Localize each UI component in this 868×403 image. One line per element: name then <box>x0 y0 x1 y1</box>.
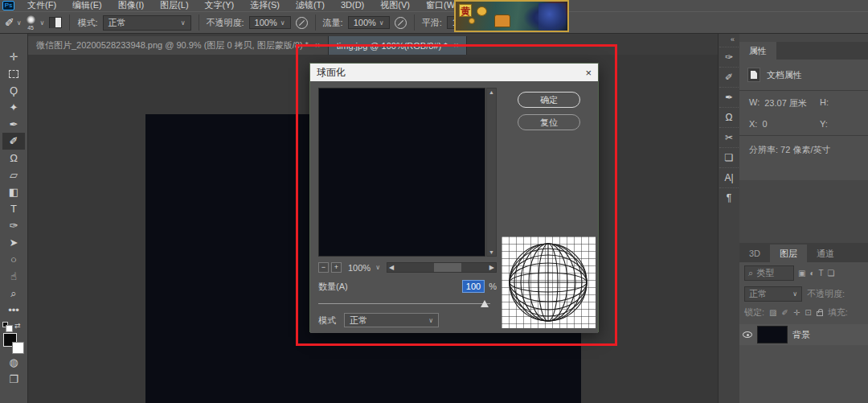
lock-transparency-icon[interactable]: ▨ <box>769 308 776 317</box>
close-icon[interactable]: × <box>585 67 592 79</box>
tab-properties[interactable]: 属性 <box>739 42 776 60</box>
edit-toolbar-button[interactable]: ••• <box>2 302 25 319</box>
scroll-down-icon[interactable]: ▼ <box>489 249 494 255</box>
menu-image[interactable]: 图像(I) <box>110 0 152 10</box>
x-value[interactable]: 0 <box>762 119 767 129</box>
path-select-tool[interactable]: ➤ <box>2 234 25 251</box>
filter-preview-image[interactable] <box>318 88 485 257</box>
pressure-opacity-icon[interactable] <box>296 17 308 29</box>
move-tool[interactable]: ✛ <box>2 48 25 65</box>
marquee-tool[interactable] <box>2 65 25 82</box>
swap-colors-icon[interactable]: ⇄ <box>14 322 21 330</box>
quick-mask-button[interactable]: ◍ <box>2 354 25 371</box>
menu-file[interactable]: 文件(F) <box>19 0 64 10</box>
zoom-out-button[interactable]: − <box>318 262 329 273</box>
lock-all-icon[interactable] <box>817 311 823 316</box>
brushes-icon[interactable]: ✐ <box>719 67 739 87</box>
lock-move-icon[interactable]: ✛ <box>793 308 800 317</box>
screen-mode-button[interactable]: ❐ <box>2 371 25 388</box>
brush-preset-picker[interactable]: 45 <box>27 15 35 31</box>
tab-3d[interactable]: 3D <box>739 245 770 262</box>
background-color-swatch[interactable] <box>12 342 24 354</box>
layer-opacity-label: 不透明度: <box>807 288 845 300</box>
layer-blend-mode-dropdown[interactable]: 正常 ∨ <box>744 286 802 302</box>
brush-tool[interactable]: ✐ <box>2 133 25 150</box>
brush-panel-toggle[interactable] <box>49 17 62 28</box>
scrollbar-track[interactable] <box>395 263 488 272</box>
lock-paint-icon[interactable]: ✐ <box>782 308 788 317</box>
layer-filter-dropdown[interactable]: ⌕ 类型 <box>744 265 794 281</box>
amount-slider[interactable] <box>318 300 490 308</box>
tab-layers[interactable]: 图层 <box>770 245 807 262</box>
active-tool-picker[interactable]: ✐ ∨ <box>5 16 22 29</box>
resolution-value: 分辨率: 72 像素/英寸 <box>749 145 830 154</box>
clone-source-icon[interactable]: Ω <box>719 107 739 127</box>
scroll-up-icon[interactable]: ▲ <box>489 89 494 95</box>
lasso-tool[interactable]: Ϙ <box>2 82 25 99</box>
dialog-title-bar[interactable]: 球面化 × <box>310 64 598 81</box>
airbrush-icon[interactable] <box>395 17 407 29</box>
hand-tool[interactable]: ☝ <box>2 268 25 285</box>
character-panel-icon[interactable]: A| <box>719 167 739 187</box>
libraries-icon[interactable]: ❏ <box>719 147 739 167</box>
collapsed-panels-dock: « ✑ ✐ ✒ Ω ✂ ❏ A| ¶ <box>718 34 739 403</box>
slider-thumb[interactable] <box>481 300 489 307</box>
blend-mode-dropdown[interactable]: 正常 ∨ <box>103 15 191 31</box>
menu-3d[interactable]: 3D(D) <box>333 0 372 10</box>
magic-wand-tool[interactable]: ✦ <box>2 99 25 116</box>
paint-tools-icon[interactable]: ✒ <box>719 87 739 107</box>
collapse-panels-icon[interactable]: « <box>731 34 739 47</box>
zoom-tool[interactable]: ⌕ <box>2 285 25 302</box>
width-label: W: <box>749 97 760 109</box>
tool-presets-icon[interactable]: ✂ <box>719 127 739 147</box>
menu-select[interactable]: 选择(S) <box>242 0 288 10</box>
menu-view[interactable]: 视图(V) <box>372 0 418 10</box>
scroll-left-icon[interactable]: ◀ <box>387 264 395 271</box>
menu-filter[interactable]: 滤镜(T) <box>288 0 333 10</box>
slider-track <box>318 303 490 304</box>
type-tool[interactable]: T <box>2 200 25 217</box>
ok-button[interactable]: 确定 <box>518 92 580 108</box>
filter-pixel-icon[interactable]: ▣ <box>798 269 805 278</box>
zoom-level-dropdown[interactable]: 100% ∨ <box>344 262 384 273</box>
menu-layer[interactable]: 图层(L) <box>152 0 196 10</box>
width-value[interactable]: 23.07 厘米 <box>764 97 807 109</box>
zoom-in-button[interactable]: + <box>331 262 342 273</box>
document-properties-row: 文档属性 <box>739 60 868 88</box>
filter-shape-icon[interactable]: ❏ <box>828 269 835 278</box>
lock-artboard-icon[interactable]: ⊡ <box>805 308 811 317</box>
close-icon[interactable]: × <box>453 41 458 50</box>
close-icon[interactable]: × <box>315 41 320 50</box>
gradient-tool[interactable]: ◧ <box>2 183 25 200</box>
filter-type-icon[interactable]: T <box>819 269 824 278</box>
flow-dropdown[interactable]: 100% ∨ <box>348 16 390 29</box>
eraser-tool[interactable]: ▱ <box>2 167 25 183</box>
preview-horizontal-scrollbar[interactable]: ◀ ▶ <box>387 262 497 273</box>
eyedropper-tool[interactable]: ✒ <box>2 116 25 133</box>
scrollbar-thumb[interactable] <box>434 263 461 272</box>
clone-stamp-tool[interactable]: Ω <box>2 150 25 167</box>
tab-channels[interactable]: 通道 <box>807 245 844 262</box>
menu-type[interactable]: 文字(Y) <box>197 0 243 10</box>
amount-input[interactable]: 100 <box>462 280 485 293</box>
preview-vertical-scrollbar[interactable]: ▲ ▼ <box>486 88 497 257</box>
brush-settings-icon[interactable]: ✑ <box>719 47 739 67</box>
menu-edit[interactable]: 编辑(E) <box>64 0 110 10</box>
reset-button[interactable]: 复位 <box>518 114 580 130</box>
opacity-dropdown[interactable]: 100% ∨ <box>249 16 291 29</box>
filter-adjustment-icon[interactable]: ◐ <box>809 269 814 278</box>
document-tab[interactable]: timg.jpg @ 100%(RGB/8#) * × <box>329 36 468 55</box>
paragraph-panel-icon[interactable]: ¶ <box>719 187 739 208</box>
pen-tool[interactable]: ✑ <box>2 217 25 234</box>
document-tab[interactable]: 微信图片_20200528233948.png @ 90.9% (图层 0 拷贝… <box>28 36 329 55</box>
scroll-right-icon[interactable]: ▶ <box>488 264 496 271</box>
preview-zoom-controls: − + 100% ∨ ◀ ▶ <box>318 261 497 273</box>
tool-options-bar: ✐ ∨ 45 ∨ 模式: 正常 ∨ 不透明度: 100% ∨ 流量: 100% … <box>0 11 868 34</box>
layer-row-background[interactable]: 背景 <box>739 324 868 345</box>
visibility-eye-icon[interactable] <box>743 331 752 338</box>
default-colors-icon[interactable] <box>2 322 8 327</box>
shape-tool[interactable]: ○ <box>2 251 25 268</box>
chevron-down-icon[interactable]: ∨ <box>40 19 45 27</box>
search-icon: ⌕ <box>748 268 753 278</box>
mode-dropdown[interactable]: 正常 ∨ <box>344 313 439 327</box>
